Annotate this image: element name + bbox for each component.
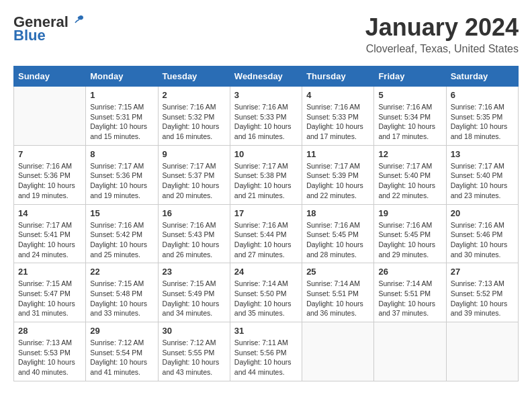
day-info: Sunrise: 7:11 AMSunset: 5:56 PMDaylight:…: [234, 338, 298, 377]
day-number: 12: [378, 149, 441, 159]
header-friday: Friday: [374, 66, 446, 87]
day-number: 21: [18, 267, 81, 277]
table-cell: [14, 87, 86, 146]
day-number: 9: [163, 149, 226, 159]
table-cell: 1Sunrise: 7:15 AMSunset: 5:31 PMDaylight…: [86, 87, 158, 146]
day-info: Sunrise: 7:17 AMSunset: 5:40 PMDaylight:…: [451, 161, 514, 201]
day-number: 6: [451, 90, 514, 100]
table-cell: 28Sunrise: 7:13 AMSunset: 5:53 PMDayligh…: [14, 322, 86, 381]
table-cell: 23Sunrise: 7:15 AMSunset: 5:49 PMDayligh…: [158, 263, 230, 322]
table-cell: 20Sunrise: 7:16 AMSunset: 5:46 PMDayligh…: [446, 204, 518, 263]
day-number: 22: [90, 267, 153, 277]
table-cell: 27Sunrise: 7:13 AMSunset: 5:52 PMDayligh…: [446, 263, 518, 322]
day-number: 19: [378, 208, 441, 218]
day-number: 7: [18, 149, 81, 159]
day-number: 14: [18, 208, 81, 218]
table-cell: 10Sunrise: 7:17 AMSunset: 5:38 PMDayligh…: [230, 145, 302, 204]
table-cell: 3Sunrise: 7:16 AMSunset: 5:33 PMDaylight…: [230, 87, 302, 146]
week-row-4: 21Sunrise: 7:15 AMSunset: 5:47 PMDayligh…: [14, 263, 519, 322]
day-info: Sunrise: 7:16 AMSunset: 5:32 PMDaylight:…: [163, 102, 226, 142]
table-cell: 18Sunrise: 7:16 AMSunset: 5:45 PMDayligh…: [302, 204, 374, 263]
table-cell: 21Sunrise: 7:15 AMSunset: 5:47 PMDayligh…: [14, 263, 86, 322]
table-cell: 29Sunrise: 7:12 AMSunset: 5:54 PMDayligh…: [86, 322, 158, 381]
table-cell: 24Sunrise: 7:14 AMSunset: 5:50 PMDayligh…: [230, 263, 302, 322]
title-block: January 2024 Cloverleaf, Texas, United S…: [365, 13, 519, 55]
day-number: 25: [306, 267, 369, 277]
calendar-header-row: SundayMondayTuesdayWednesdayThursdayFrid…: [14, 66, 519, 87]
table-cell: [302, 322, 374, 381]
table-cell: 9Sunrise: 7:17 AMSunset: 5:37 PMDaylight…: [158, 145, 230, 204]
day-info: Sunrise: 7:15 AMSunset: 5:49 PMDaylight:…: [163, 279, 226, 318]
day-info: Sunrise: 7:16 AMSunset: 5:45 PMDaylight:…: [306, 220, 369, 260]
day-info: Sunrise: 7:12 AMSunset: 5:55 PMDaylight:…: [163, 338, 226, 377]
day-number: 2: [163, 90, 226, 100]
day-info: Sunrise: 7:13 AMSunset: 5:52 PMDaylight:…: [451, 279, 514, 318]
week-row-3: 14Sunrise: 7:17 AMSunset: 5:41 PMDayligh…: [14, 204, 519, 263]
header-wednesday: Wednesday: [230, 66, 302, 87]
table-cell: 12Sunrise: 7:17 AMSunset: 5:40 PMDayligh…: [374, 145, 446, 204]
day-number: 3: [234, 90, 298, 100]
table-cell: 17Sunrise: 7:16 AMSunset: 5:44 PMDayligh…: [230, 204, 302, 263]
table-cell: 25Sunrise: 7:14 AMSunset: 5:51 PMDayligh…: [302, 263, 374, 322]
logo: General Blue: [13, 13, 85, 44]
table-cell: 31Sunrise: 7:11 AMSunset: 5:56 PMDayligh…: [230, 322, 302, 381]
table-cell: 14Sunrise: 7:17 AMSunset: 5:41 PMDayligh…: [14, 204, 86, 263]
table-cell: 30Sunrise: 7:12 AMSunset: 5:55 PMDayligh…: [158, 322, 230, 381]
header-thursday: Thursday: [302, 66, 374, 87]
day-number: 31: [234, 326, 298, 336]
table-cell: 11Sunrise: 7:17 AMSunset: 5:39 PMDayligh…: [302, 145, 374, 204]
day-number: 1: [90, 90, 153, 100]
day-info: Sunrise: 7:16 AMSunset: 5:34 PMDaylight:…: [378, 102, 441, 142]
main-title: January 2024: [365, 13, 519, 42]
day-number: 15: [90, 208, 153, 218]
subtitle: Cloverleaf, Texas, United States: [365, 43, 519, 55]
calendar-table: SundayMondayTuesdayWednesdayThursdayFrid…: [13, 66, 519, 381]
day-info: Sunrise: 7:16 AMSunset: 5:33 PMDaylight:…: [234, 102, 298, 142]
day-info: Sunrise: 7:17 AMSunset: 5:37 PMDaylight:…: [163, 161, 226, 201]
table-cell: 16Sunrise: 7:16 AMSunset: 5:43 PMDayligh…: [158, 204, 230, 263]
day-number: 27: [451, 267, 514, 277]
day-number: 16: [163, 208, 226, 218]
day-info: Sunrise: 7:13 AMSunset: 5:53 PMDaylight:…: [18, 338, 81, 377]
day-info: Sunrise: 7:17 AMSunset: 5:41 PMDaylight:…: [18, 220, 81, 260]
page-header: General Blue January 2024 Cloverleaf, Te…: [13, 13, 519, 55]
header-monday: Monday: [86, 66, 158, 87]
day-info: Sunrise: 7:16 AMSunset: 5:45 PMDaylight:…: [378, 220, 441, 260]
day-info: Sunrise: 7:17 AMSunset: 5:39 PMDaylight:…: [306, 161, 369, 201]
table-cell: [374, 322, 446, 381]
day-info: Sunrise: 7:16 AMSunset: 5:36 PMDaylight:…: [18, 161, 81, 201]
week-row-5: 28Sunrise: 7:13 AMSunset: 5:53 PMDayligh…: [14, 322, 519, 381]
day-number: 30: [163, 326, 226, 336]
week-row-2: 7Sunrise: 7:16 AMSunset: 5:36 PMDaylight…: [14, 145, 519, 204]
table-cell: 7Sunrise: 7:16 AMSunset: 5:36 PMDaylight…: [14, 145, 86, 204]
header-tuesday: Tuesday: [158, 66, 230, 87]
day-info: Sunrise: 7:15 AMSunset: 5:47 PMDaylight:…: [18, 279, 81, 318]
day-number: 4: [306, 90, 369, 100]
day-number: 18: [306, 208, 369, 218]
table-cell: 15Sunrise: 7:16 AMSunset: 5:42 PMDayligh…: [86, 204, 158, 263]
day-info: Sunrise: 7:15 AMSunset: 5:48 PMDaylight:…: [90, 279, 153, 318]
day-info: Sunrise: 7:14 AMSunset: 5:51 PMDaylight:…: [306, 279, 369, 318]
day-info: Sunrise: 7:14 AMSunset: 5:50 PMDaylight:…: [234, 279, 298, 318]
day-number: 28: [18, 326, 81, 336]
day-number: 26: [378, 267, 441, 277]
day-info: Sunrise: 7:16 AMSunset: 5:43 PMDaylight:…: [163, 220, 226, 260]
day-info: Sunrise: 7:17 AMSunset: 5:40 PMDaylight:…: [378, 161, 441, 201]
day-number: 10: [234, 149, 298, 159]
day-number: 11: [306, 149, 369, 159]
table-cell: 26Sunrise: 7:14 AMSunset: 5:51 PMDayligh…: [374, 263, 446, 322]
day-info: Sunrise: 7:15 AMSunset: 5:31 PMDaylight:…: [90, 102, 153, 142]
header-saturday: Saturday: [446, 66, 518, 87]
table-cell: 19Sunrise: 7:16 AMSunset: 5:45 PMDayligh…: [374, 204, 446, 263]
header-sunday: Sunday: [14, 66, 86, 87]
day-info: Sunrise: 7:17 AMSunset: 5:36 PMDaylight:…: [90, 161, 153, 201]
week-row-1: 1Sunrise: 7:15 AMSunset: 5:31 PMDaylight…: [14, 87, 519, 146]
table-cell: 4Sunrise: 7:16 AMSunset: 5:33 PMDaylight…: [302, 87, 374, 146]
day-number: 23: [163, 267, 226, 277]
table-cell: 6Sunrise: 7:16 AMSunset: 5:35 PMDaylight…: [446, 87, 518, 146]
day-number: 5: [378, 90, 441, 100]
day-info: Sunrise: 7:16 AMSunset: 5:35 PMDaylight:…: [451, 102, 514, 142]
logo-bird-icon: [70, 13, 85, 28]
table-cell: 8Sunrise: 7:17 AMSunset: 5:36 PMDaylight…: [86, 145, 158, 204]
day-number: 13: [451, 149, 514, 159]
